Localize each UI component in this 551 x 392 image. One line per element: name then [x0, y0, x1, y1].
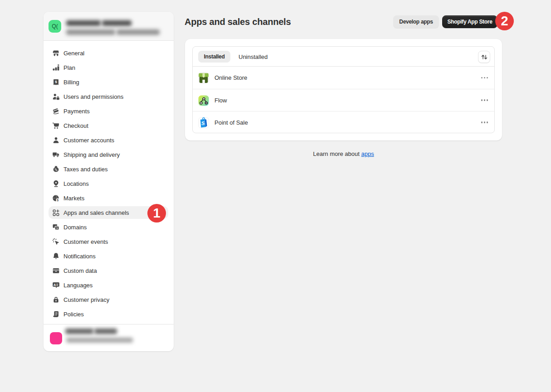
svg-text:$: $	[57, 198, 59, 202]
svg-text:$: $	[55, 80, 57, 84]
svg-text:A: A	[54, 282, 56, 286]
